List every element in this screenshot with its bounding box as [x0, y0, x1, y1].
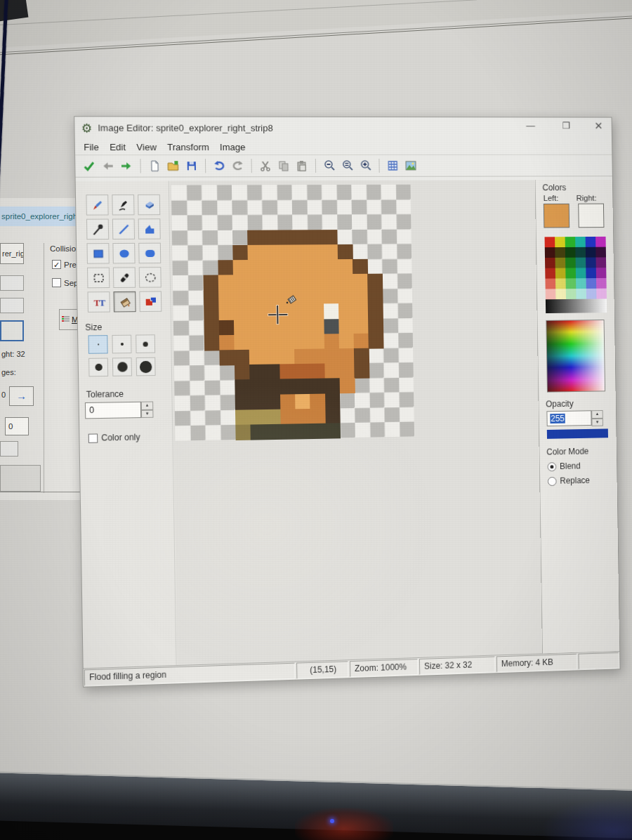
- palette-color-24[interactable]: [545, 279, 555, 289]
- new-file-button[interactable]: [147, 158, 163, 173]
- size-3-button[interactable]: [136, 334, 155, 353]
- palette-color-6[interactable]: [545, 247, 555, 258]
- spinner-up-icon[interactable]: ▲: [591, 410, 603, 419]
- palette-color-17[interactable]: [596, 257, 607, 268]
- palette-color-11[interactable]: [595, 247, 606, 258]
- resource-tree-selected-item[interactable]: sprite0_explorer_right_s: [0, 206, 87, 226]
- palette-color-19[interactable]: [555, 268, 566, 279]
- rectangle-tool[interactable]: [86, 243, 109, 264]
- redo-button[interactable]: [230, 158, 246, 173]
- toggle-grid-button[interactable]: [385, 158, 400, 173]
- opacity-bar[interactable]: [547, 428, 608, 438]
- paste-button[interactable]: [294, 158, 310, 173]
- tolerance-spinner[interactable]: ▲ ▼: [141, 401, 154, 418]
- palette-color-5[interactable]: [595, 237, 606, 247]
- next-subimage-button[interactable]: →: [9, 386, 34, 406]
- menu-item-image[interactable]: Image: [220, 142, 246, 152]
- palette-color-4[interactable]: [586, 237, 596, 247]
- zoom-in-button[interactable]: [358, 158, 374, 173]
- palette-color-1[interactable]: [555, 237, 565, 247]
- opacity-spinner[interactable]: ▲ ▼: [591, 410, 603, 426]
- palette-color-7[interactable]: [555, 247, 565, 258]
- checkbox-checked-icon[interactable]: ✓: [52, 260, 61, 269]
- color-only-checkbox[interactable]: Color only: [88, 432, 173, 443]
- opacity-input[interactable]: 255: [546, 410, 591, 426]
- property-button[interactable]: [0, 465, 41, 492]
- cut-button[interactable]: [258, 158, 273, 173]
- property-field[interactable]: [0, 298, 24, 313]
- maximize-button[interactable]: ❒: [555, 117, 576, 134]
- origin-value-field[interactable]: 0: [5, 417, 29, 435]
- grayscale-strip[interactable]: [546, 298, 607, 313]
- palette-color-0[interactable]: [545, 237, 555, 247]
- spinner-up-icon[interactable]: ▲: [141, 401, 154, 409]
- titlebar[interactable]: ⚙ Image Editor: sprite0_explorer_right_s…: [74, 117, 612, 140]
- palette-color-10[interactable]: [586, 247, 596, 258]
- palette-color-27[interactable]: [576, 278, 586, 289]
- palette-color-12[interactable]: [545, 258, 555, 268]
- checkbox-empty-icon[interactable]: [88, 433, 98, 442]
- line-tool[interactable]: [112, 218, 135, 239]
- pencil-tool[interactable]: [86, 195, 108, 216]
- radio-empty-icon[interactable]: [548, 476, 557, 485]
- palette-color-18[interactable]: [545, 268, 555, 279]
- tolerance-input[interactable]: 0: [85, 402, 141, 419]
- save-button[interactable]: [183, 158, 199, 173]
- undo-button[interactable]: [211, 158, 228, 173]
- palette-color-21[interactable]: [576, 268, 586, 278]
- palette-color-26[interactable]: [566, 278, 577, 289]
- size-1-button[interactable]: [88, 335, 108, 354]
- back-arrow-button[interactable]: [100, 158, 116, 173]
- palette-color-31[interactable]: [555, 289, 566, 299]
- close-button[interactable]: ✕: [588, 118, 609, 135]
- palette-color-33[interactable]: [576, 289, 586, 299]
- property-field-focused[interactable]: [0, 320, 24, 341]
- palette-color-8[interactable]: [565, 247, 576, 258]
- property-button[interactable]: [0, 441, 18, 457]
- palette-color-23[interactable]: [596, 268, 607, 278]
- palette-color-35[interactable]: [596, 289, 607, 299]
- menu-item-edit[interactable]: Edit: [110, 142, 126, 152]
- palette-color-14[interactable]: [565, 258, 576, 268]
- palette-color-22[interactable]: [586, 268, 596, 278]
- menu-item-transform[interactable]: Transform: [167, 142, 209, 152]
- checkbox-empty-icon[interactable]: [52, 278, 61, 287]
- zoom-reset-button[interactable]: [340, 158, 355, 173]
- text-tool[interactable]: TT: [88, 291, 110, 313]
- size-5-button[interactable]: [112, 357, 132, 376]
- select-ellipse-tool[interactable]: [139, 267, 162, 288]
- palette-color-32[interactable]: [566, 289, 577, 299]
- open-file-button[interactable]: [165, 158, 181, 173]
- blend-radio[interactable]: Blend: [547, 460, 617, 471]
- confirm-button[interactable]: [81, 158, 97, 173]
- palette-color-30[interactable]: [546, 289, 556, 299]
- palette-color-29[interactable]: [596, 278, 607, 289]
- replace-radio[interactable]: Replace: [548, 475, 617, 486]
- airbrush-tool[interactable]: [113, 267, 136, 288]
- select-rectangle-tool[interactable]: [87, 268, 110, 289]
- palette-color-3[interactable]: [575, 237, 586, 247]
- fill-tool[interactable]: [113, 291, 136, 313]
- color-picker-tool[interactable]: [86, 219, 109, 240]
- palette-color-34[interactable]: [586, 289, 597, 299]
- forward-arrow-button[interactable]: [119, 158, 135, 173]
- palette-color-28[interactable]: [586, 278, 597, 289]
- palette-color-9[interactable]: [575, 247, 586, 258]
- zoom-out-button[interactable]: [322, 158, 337, 173]
- size-6-button[interactable]: [136, 357, 156, 376]
- palette-color-25[interactable]: [555, 278, 566, 289]
- copy-button[interactable]: [276, 158, 291, 173]
- ellipse-tool[interactable]: [112, 243, 135, 264]
- left-color-swatch[interactable]: [544, 204, 570, 228]
- palette-color-13[interactable]: [555, 258, 566, 268]
- polygon-tool[interactable]: [138, 218, 161, 239]
- rounded-rectangle-tool[interactable]: [138, 243, 161, 264]
- size-2-button[interactable]: [112, 335, 131, 354]
- size-4-button[interactable]: [88, 358, 108, 377]
- menu-item-file[interactable]: File: [84, 142, 99, 152]
- replace-color-tool[interactable]: [139, 291, 162, 312]
- right-color-swatch[interactable]: [578, 204, 604, 228]
- palette-color-20[interactable]: [565, 268, 576, 278]
- canvas-settings-button[interactable]: [403, 158, 419, 173]
- color-spectrum[interactable]: [546, 320, 605, 393]
